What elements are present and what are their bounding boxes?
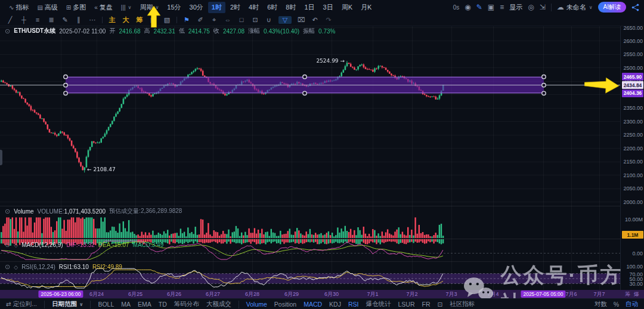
trendline-icon[interactable]: ╱ [6, 17, 14, 23]
timeframe-15分[interactable]: 15分 [163, 2, 184, 13]
main-indicator-button[interactable]: 主 [108, 17, 116, 23]
chart-canvas[interactable] [0, 26, 620, 290]
large-order-button[interactable]: 大 [122, 17, 130, 23]
annotate-icon[interactable]: ✐ [196, 17, 205, 23]
symbol-name[interactable]: ETH/USDT永续 [14, 27, 55, 35]
date-range-marker[interactable]: 2025-06-23 06:00 [38, 291, 83, 298]
timeframe-周K[interactable]: 周K [338, 2, 356, 13]
menu-label: 指标 [16, 3, 29, 12]
magnet-icon[interactable]: ∪ [265, 17, 273, 23]
community-indicators-button[interactable]: 社区指标 [450, 300, 475, 308]
divider [90, 301, 91, 308]
indicator-大额成交[interactable]: 大额成交 [206, 300, 231, 308]
lock-icon[interactable]: ◇ [14, 264, 18, 270]
rsi2-value: 49.89 [107, 264, 122, 270]
visibility-toggle-icon[interactable]: ⊙ [5, 263, 10, 271]
side-button-筹[interactable]: 筹 [625, 290, 630, 298]
indicator-Volume[interactable]: Volume [246, 301, 267, 308]
rsi-indicator-name[interactable]: RSI(6,12,24) [21, 264, 55, 270]
chevron-down-icon: ∨ [79, 302, 83, 307]
indicator-TD[interactable]: TD [159, 301, 167, 308]
horizontal-line-icon[interactable]: ≡ [33, 17, 42, 23]
more-tools-icon[interactable]: ⋯ [88, 17, 97, 23]
rect-tool-icon[interactable]: □ [237, 17, 246, 23]
date-axis[interactable]: 2025-06-23 06:006月246月256月266月276月286月29… [0, 290, 644, 298]
chips-button[interactable]: 筹 [135, 17, 144, 23]
timeframe-3日[interactable]: 3日 [320, 2, 337, 13]
custom-indicator-icon[interactable]: ⊡ [437, 301, 442, 308]
timeframe-30分[interactable]: 30分 [186, 2, 207, 13]
price-tick: 2350.00 [623, 105, 643, 111]
display-menu[interactable]: 显示 [509, 3, 522, 12]
crosshair-icon[interactable]: ┼ [20, 17, 28, 23]
price-axis[interactable]: 2650.002600.002550.002500.002450.002350.… [620, 26, 644, 290]
timeframe-2时[interactable]: 2时 [227, 2, 244, 13]
side-button-爆[interactable]: 爆 [634, 290, 639, 298]
list-icon[interactable]: ≡ [500, 4, 504, 11]
macd-indicator-name[interactable]: MACD(12,26,9) [21, 242, 63, 248]
range-measure-icon[interactable]: ⇔ [224, 17, 232, 23]
redo-icon[interactable]: ↷ [324, 17, 333, 23]
ai-analysis-button[interactable]: AI解读 [598, 2, 626, 13]
slash-tool-icon[interactable]: ▧ [163, 17, 171, 23]
camera-icon[interactable]: ◉ [465, 4, 470, 11]
timeframe-4时[interactable]: 4时 [245, 2, 262, 13]
indicator-KDJ[interactable]: KDJ [329, 301, 341, 308]
menu-多图[interactable]: ⊞多图 [62, 2, 90, 13]
volume-indicator-name[interactable]: Volume [14, 208, 33, 215]
scale-%[interactable]: % [614, 301, 619, 308]
low-label: 低 [179, 27, 185, 35]
macd-zero-label: 0.00 [632, 251, 643, 257]
parallel-lines-icon[interactable]: ∥ [75, 17, 83, 23]
indicator-BOLL[interactable]: BOLL [98, 301, 114, 308]
indicator-FR[interactable]: FR [422, 301, 430, 308]
date-range-marker[interactable]: 2025-07-05 05:00 [521, 291, 565, 298]
channel-icon[interactable]: ≣ [47, 17, 55, 23]
lock-icon[interactable]: ◇ [14, 242, 18, 248]
edit-box-icon[interactable]: ⊡ [251, 17, 259, 23]
timeframe-8时[interactable]: 8时 [282, 2, 299, 13]
indicator-LSUR[interactable]: LSUR [398, 301, 414, 308]
menu-复盘[interactable]: «复盘 [90, 2, 117, 13]
indicator-Position[interactable]: Position [274, 301, 296, 308]
indicator-RSI[interactable]: RSI [348, 301, 359, 308]
record-icon[interactable]: ◎ [528, 4, 534, 11]
timeframe-1时[interactable]: 1时 [208, 2, 225, 13]
menu-指标[interactable]: ∿指标 [5, 2, 33, 13]
visibility-toggle-icon[interactable]: ⊙ [5, 208, 10, 215]
menu-chart-style[interactable]: |||∨ [117, 3, 136, 12]
fullscreen-icon[interactable]: ⇲ [540, 4, 546, 11]
indicator-爆仓统计[interactable]: 爆仓统计 [366, 300, 391, 308]
timeframe-6时[interactable]: 6时 [264, 2, 281, 13]
filter-funnel-icon[interactable]: ▽ [278, 16, 292, 24]
indicator-筹码分布[interactable]: 筹码分布 [174, 300, 199, 308]
topbar-icons-2: ◎⇲ [528, 4, 546, 11]
date-range-button[interactable]: 日期范围 ∨ [52, 300, 83, 308]
menu-高级[interactable]: ▤高级 [33, 2, 61, 13]
share-icon[interactable] [631, 4, 639, 11]
visibility-toggle-icon[interactable]: ⊙ [5, 27, 10, 35]
scale-自动[interactable]: 自动 [626, 300, 638, 308]
date-tick: 7月2 [406, 290, 417, 298]
panel-collapse-handle[interactable] [0, 150, 2, 165]
scale-对数[interactable]: 对数 [595, 300, 607, 308]
timeframe-1日[interactable]: 1日 [301, 2, 318, 13]
measure-icon[interactable]: ⌖ [210, 17, 218, 23]
undo-icon[interactable]: ↶ [311, 17, 319, 23]
account-menu[interactable]: ☁ 未命名 ∨ [557, 3, 593, 12]
timeframe-月K[interactable]: 月K [357, 2, 375, 13]
topbar-right-group: 0s ◉✎▣≡ 显示 ◎⇲ ☁ 未命名 ∨ AI解读 [453, 2, 639, 13]
indicator-EMA[interactable]: EMA [138, 301, 151, 308]
pencil-icon[interactable]: ✎ [61, 17, 69, 23]
flag-icon[interactable]: ⚑ [182, 17, 191, 23]
price-range-annotation[interactable] [66, 77, 544, 94]
visibility-toggle-icon[interactable]: ⊙ [5, 241, 10, 249]
draw-icon[interactable]: ✎ [476, 4, 482, 11]
trash-icon[interactable]: ⌧ [297, 17, 305, 23]
indicator-MA[interactable]: MA [121, 301, 131, 308]
date-tick: 6月29 [284, 290, 299, 298]
locate-button[interactable]: ⇄ 定位到... [6, 300, 37, 308]
rsi1-label: RSI1: [59, 264, 74, 270]
snapshot-icon[interactable]: ▣ [488, 4, 494, 11]
indicator-MACD[interactable]: MACD [304, 301, 322, 308]
